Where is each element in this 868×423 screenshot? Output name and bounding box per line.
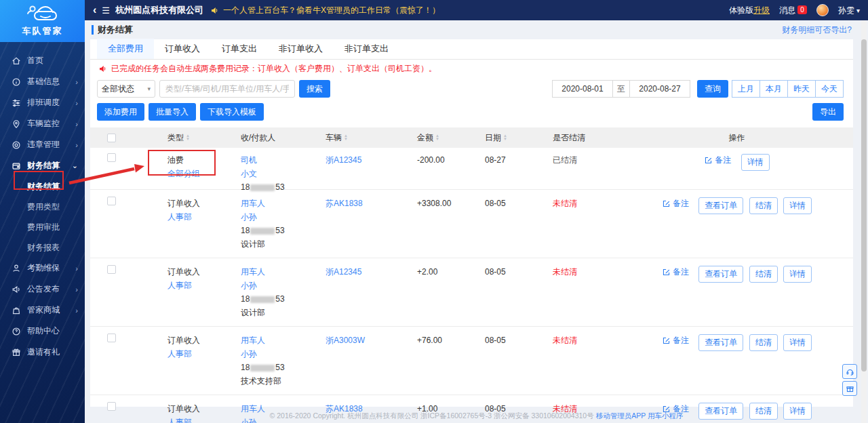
vehicle-link[interactable]: 苏AK1838 (326, 199, 363, 208)
sidebar-subitem-finance-settlement[interactable]: 财务结算 (0, 176, 85, 197)
gift-button[interactable] (842, 381, 857, 396)
faq-link[interactable]: 财务明细可否导出? (782, 24, 852, 36)
menu-icon[interactable]: ☰ (102, 5, 110, 16)
vehicle-link[interactable]: 浙A12345 (326, 267, 361, 277)
customer-service-button[interactable] (842, 364, 857, 379)
header-date[interactable]: 日期▲▼ (485, 132, 553, 144)
map-pin-icon (11, 119, 22, 129)
sidebar-item-attendance[interactable]: 考勤维保 › (0, 258, 85, 279)
vehicle-link[interactable]: 浙A12345 (326, 155, 361, 165)
yesterday-button[interactable]: 昨天 (787, 80, 816, 98)
payer-name-link[interactable]: 小孙 (241, 279, 326, 292)
sidebar-item-invite[interactable]: 邀请有礼 (0, 342, 85, 363)
payer-role-link[interactable]: 用车人 (241, 334, 326, 347)
search-button[interactable]: 搜索 (299, 80, 330, 98)
sidebar-subitem-fee-approval[interactable]: 费用审批 (0, 217, 85, 237)
batch-import-button[interactable]: 批量导入 (149, 103, 196, 121)
export-button[interactable]: 导出 (812, 103, 844, 121)
payer-name-link[interactable]: 小孙 (241, 347, 326, 361)
sidebar-item-announcement[interactable]: 公告发布 › (0, 279, 85, 300)
header-vehicle[interactable]: 车辆▲▼ (326, 132, 417, 144)
scrollbar-track[interactable] (861, 20, 867, 423)
date-to-input[interactable] (630, 81, 690, 97)
date: 08-05 (485, 197, 553, 210)
header-amount[interactable]: 金额▲▼ (417, 132, 485, 144)
vehicle-link[interactable]: 浙A3003W (326, 336, 365, 345)
sidebar-subitem-finance-report[interactable]: 财务报表 (0, 237, 85, 258)
today-button[interactable]: 今天 (815, 80, 844, 98)
schedule-icon (11, 98, 22, 108)
sidebar-item-mall[interactable]: 管家商城 › (0, 300, 85, 321)
row-checkbox[interactable] (107, 265, 116, 274)
upgrade-link[interactable]: 升级 (753, 5, 770, 15)
settle-button[interactable]: 结清 (749, 197, 778, 214)
date-from-input[interactable] (553, 81, 612, 97)
view-order-button[interactable]: 查看订单 (698, 266, 743, 283)
last-month-button[interactable]: 上月 (732, 80, 760, 98)
settle-button[interactable]: 结清 (749, 334, 778, 351)
back-icon[interactable]: ‹ (93, 4, 96, 16)
payer-name-link[interactable]: 小文 (241, 167, 326, 180)
sidebar-item-vehicle-monitor[interactable]: 车辆监控 › (0, 113, 85, 134)
date: 08-05 (485, 265, 553, 279)
view-order-button[interactable]: 查看订单 (698, 197, 743, 214)
add-fee-button[interactable]: 添加费用 (97, 103, 144, 121)
fee-group-link[interactable]: 人事部 (167, 210, 241, 224)
tab-order-income[interactable]: 订单收入 (154, 39, 211, 59)
sort-icon[interactable]: ▲▼ (186, 134, 190, 141)
select-all-checkbox[interactable] (107, 134, 116, 142)
remark-button[interactable]: 备注 (662, 334, 689, 347)
payer-role-link[interactable]: 用车人 (241, 197, 326, 210)
payer-name-link[interactable]: 小孙 (241, 210, 326, 224)
trial-upgrade[interactable]: 体验版升级 (729, 5, 770, 16)
mini-program-link[interactable]: 用车小程序 (648, 411, 684, 420)
detail-button[interactable]: 详情 (783, 266, 812, 283)
row-checkbox[interactable] (107, 334, 116, 342)
sidebar-item-violation[interactable]: 违章管理 › (0, 134, 85, 155)
admin-app-link[interactable]: 移动管理员APP (596, 411, 646, 420)
fleet-logo-icon (26, 5, 60, 24)
table-row: 订单收入 人事部 用车人 小孙 1853 设计部 浙A12345 +2.00 0… (90, 258, 853, 327)
scrollbar-thumb[interactable] (861, 39, 867, 371)
detail-button[interactable]: 详情 (783, 334, 812, 351)
sidebar-item-scheduling[interactable]: 排班调度 › (0, 92, 85, 113)
payer-role-link[interactable]: 司机 (241, 153, 326, 167)
search-input[interactable] (159, 80, 295, 98)
sort-icon[interactable]: ▲▼ (503, 134, 507, 141)
user-menu[interactable]: 孙雯▾ (838, 5, 860, 16)
sort-icon[interactable]: ▲▼ (344, 134, 348, 141)
sidebar-item-finance[interactable]: 财务结算 ⌄ (0, 155, 85, 176)
tab-all-fees[interactable]: 全部费用 (97, 39, 154, 59)
row-checkbox[interactable] (107, 197, 116, 205)
query-button[interactable]: 查询 (697, 80, 728, 98)
company-name[interactable]: 杭州圆点科技有限公司 (115, 4, 203, 16)
sort-icon[interactable]: ▲▼ (435, 134, 439, 141)
this-month-button[interactable]: 本月 (760, 80, 788, 98)
status-filter-select[interactable]: 全部状态 ▾ (97, 80, 155, 98)
messages[interactable]: 消息0 (779, 5, 807, 16)
view-order-button[interactable]: 查看订单 (698, 334, 743, 351)
sidebar-item-basic-info[interactable]: 基础信息 › (0, 71, 85, 92)
remark-button[interactable]: 备注 (662, 265, 689, 279)
row-checkbox[interactable] (107, 153, 116, 162)
tab-nonorder-income[interactable]: 非订单收入 (268, 39, 334, 59)
sidebar-subitem-fee-type[interactable]: 费用类型 (0, 197, 85, 217)
sidebar-item-help[interactable]: 帮助中心 (0, 321, 85, 342)
announcement-marquee[interactable]: 一个人管上百台车？偷看牛X管理员的工作日常（震惊了！） (223, 5, 729, 16)
tab-order-expense[interactable]: 订单支出 (211, 39, 268, 59)
header-type[interactable]: 类型▲▼ (132, 132, 241, 144)
download-template-button[interactable]: 下载导入模板 (200, 103, 264, 121)
fee-group-link[interactable]: 全部分组 (167, 167, 241, 180)
fee-group-link[interactable]: 人事部 (167, 347, 241, 361)
tab-nonorder-expense[interactable]: 非订单支出 (334, 39, 399, 59)
sidebar-item-home[interactable]: 首页 (0, 50, 85, 71)
detail-button[interactable]: 详情 (741, 154, 770, 171)
fee-group-link[interactable]: 人事部 (167, 279, 241, 292)
app-logo[interactable]: 车队管家 (0, 0, 85, 42)
remark-button[interactable]: 备注 (662, 197, 689, 210)
avatar[interactable] (816, 4, 829, 16)
payer-role-link[interactable]: 用车人 (241, 265, 326, 279)
remark-button[interactable]: 备注 (704, 153, 731, 167)
settle-button[interactable]: 结清 (749, 266, 778, 283)
detail-button[interactable]: 详情 (783, 197, 812, 214)
